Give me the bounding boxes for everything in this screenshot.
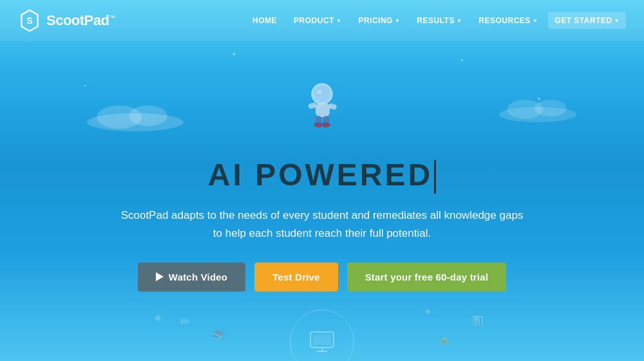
nav-product[interactable]: PRODUCT ▼ <box>287 12 348 29</box>
pencil-icon: ✏ <box>180 315 190 329</box>
hero-content: AI POWERED ScootPad adapts to the needs … <box>0 131 644 292</box>
test-drive-button[interactable]: Test Drive <box>254 263 337 292</box>
diamond-icon: ◆ <box>155 312 162 322</box>
chevron-down-icon: ▼ <box>614 18 620 24</box>
chevron-down-icon: ▼ <box>533 18 538 24</box>
hero-subtitle: ScootPad adapts to the needs of every st… <box>116 207 528 241</box>
button-group: Watch Video Test Drive Start your free 6… <box>138 263 506 292</box>
monitor-circle <box>290 310 354 361</box>
star-decoration: ✦ <box>460 58 464 62</box>
svg-rect-20 <box>310 332 334 347</box>
svg-rect-23 <box>313 335 331 345</box>
nav-resources[interactable]: RESOURCES ▼ <box>472 12 544 29</box>
nav-links: HOME PRODUCT ▼ PRICING ▼ RESULTS ▼ RESOU… <box>246 12 626 29</box>
hero-section: S ScootPad™ HOME PRODUCT ▼ PRICING ▼ RES… <box>0 0 644 361</box>
logo[interactable]: S ScootPad™ <box>18 9 115 32</box>
star-decoration: ✦ <box>232 51 236 57</box>
logo-icon: S <box>18 9 41 32</box>
hero-heading: AI POWERED <box>208 157 436 194</box>
book-icon: 📚 <box>213 329 225 342</box>
watch-video-button[interactable]: Watch Video <box>138 263 245 292</box>
svg-text:S: S <box>26 15 33 26</box>
logo-text: ScootPad™ <box>46 12 115 29</box>
star-bottom-icon: ★ <box>424 307 431 316</box>
astronaut-container <box>0 80 644 131</box>
play-icon <box>156 272 164 281</box>
chevron-down-icon: ▼ <box>457 18 462 24</box>
cursor-blink <box>434 160 436 194</box>
svg-point-16 <box>317 90 322 94</box>
chevron-down-icon: ▼ <box>395 18 400 24</box>
trial-button[interactable]: Start your free 60-day trial <box>347 263 507 292</box>
chart-icon: 📊 <box>472 315 483 326</box>
nav-home[interactable]: HOME <box>246 12 283 29</box>
monitor-icon <box>309 331 335 353</box>
svg-rect-17 <box>317 104 319 111</box>
nav-pricing[interactable]: PRICING ▼ <box>352 12 406 29</box>
svg-point-8 <box>315 86 329 100</box>
nav-results[interactable]: RESULTS ▼ <box>410 12 468 29</box>
navbar: S ScootPad™ HOME PRODUCT ▼ PRICING ▼ RES… <box>0 0 644 41</box>
svg-point-18 <box>315 124 321 127</box>
chevron-down-icon: ▼ <box>336 18 341 24</box>
lock-icon: 🔒 <box>438 333 451 345</box>
svg-point-19 <box>323 124 329 127</box>
nav-get-started[interactable]: GET STARTED ▼ <box>548 12 626 29</box>
astronaut-icon <box>301 80 343 131</box>
